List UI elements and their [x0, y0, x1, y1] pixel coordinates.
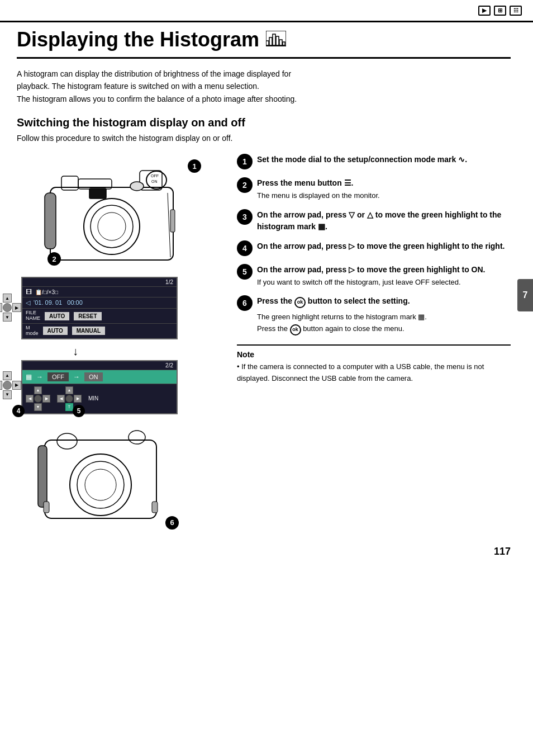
svg-rect-17 [45, 193, 56, 249]
section-heading: Switching the histogram display on and o… [17, 116, 511, 129]
step-circle-4: 4 [237, 240, 253, 256]
icon-menu: ☷ [510, 6, 522, 16]
chapter-number: 7 [523, 290, 528, 300]
note-box: Note • If the camera is connected to a c… [237, 344, 511, 385]
svg-rect-27 [38, 446, 47, 507]
step-circle-2: 2 [237, 177, 253, 193]
ok-icon-close: ok [290, 324, 301, 336]
step-6-sub2: Press the ok button again to close the m… [257, 323, 511, 336]
svg-point-9 [84, 199, 140, 254]
down-arrow: ↓ [73, 345, 223, 358]
step-5: 5 On the arrow pad, press ▷ to move the … [237, 264, 511, 288]
menu-screen-2-container: ▲ ◀ ▶ ▼ 2/2 ▦ → [17, 360, 223, 414]
section-intro: Follow this procedure to switch the hist… [17, 134, 511, 143]
step-3-content: On the arrow pad, press ▽ or △ to move t… [257, 209, 511, 233]
camera-diagram-top: OFF ON 1 2 [17, 154, 207, 271]
step-1: 1 Set the mode dial to the setup/connect… [237, 154, 511, 169]
min-label: MIN [88, 395, 98, 401]
step-5-content: On the arrow pad, press ▷ to move the gr… [257, 264, 511, 288]
step-6: 6 Press the ok button to select the sett… [237, 295, 511, 336]
svg-point-29 [129, 431, 145, 444]
main-layout: OFF ON 1 2 [17, 154, 511, 535]
menu-screen-1-container: ▲ ◀ ▶ ▼ 3 1/2 🎞 [17, 277, 223, 339]
note-label: Note [237, 350, 511, 359]
step-badge-4: 4 [12, 405, 25, 417]
svg-rect-5 [283, 42, 285, 45]
page-title: Displaying the Histogram [17, 28, 511, 59]
step-4-content: On the arrow pad, press ▷ to move the gr… [257, 240, 511, 252]
menu-row-icons: 🎞 📋/□/×3□ [22, 287, 177, 297]
steps-list: 1 Set the mode dial to the setup/connect… [237, 154, 511, 336]
step-5-text: On the arrow pad, press ▷ to move the gr… [257, 264, 511, 276]
step-badge-5: 5 [73, 405, 85, 417]
svg-point-18 [130, 182, 144, 191]
svg-point-25 [77, 461, 124, 508]
step-2-content: Press the menu button ☰. The menu is dis… [257, 177, 511, 201]
intro-line-3: The histogram allows you to confirm the … [17, 93, 511, 105]
icon-grid: ⊞ [494, 6, 506, 16]
top-icons: ▶ ⊞ ☷ [478, 6, 522, 16]
svg-point-28 [57, 433, 77, 449]
step-badge-6: 6 [165, 516, 179, 530]
step-4: 4 On the arrow pad, press ▷ to move the … [237, 240, 511, 256]
step-3-text: On the arrow pad, press ▽ or △ to move t… [257, 209, 511, 233]
step-circle-3: 3 [237, 209, 253, 225]
note-text: • If the camera is connected to a comput… [237, 361, 511, 385]
svg-rect-1 [269, 37, 272, 45]
ok-icon-step6: ok [294, 297, 306, 308]
step-circle-5: 5 [237, 264, 253, 280]
step-2-sub: The menu is displayed on the monitor. [257, 190, 511, 201]
svg-point-11 [98, 212, 126, 240]
svg-rect-12 [61, 176, 78, 190]
menu-screen-2: 2/2 ▦ → OFF → ON ▲ [21, 360, 178, 414]
step-1-content: Set the mode dial to the setup/connectio… [257, 154, 511, 166]
step-badge-1: 1 [188, 159, 201, 173]
step-3: 3 On the arrow pad, press ▽ or △ to move… [237, 209, 511, 233]
top-bar: ▶ ⊞ ☷ [0, 0, 533, 22]
page-number: 117 [494, 546, 511, 557]
arrow-pad-left: ▲ ◀ ▶ ▼ 3 [0, 294, 21, 322]
arrow-pad-left-2: ▲ ◀ ▶ ▼ [0, 371, 21, 399]
step-1-text: Set the mode dial to the setup/connectio… [257, 154, 511, 166]
step-6-sub1: The green highlight returns to the histo… [257, 311, 511, 323]
menu-row-histogram: ▦ → OFF → ON [22, 370, 177, 384]
svg-point-24 [70, 454, 131, 516]
intro-line-2: playback. The histogram feature is switc… [17, 80, 511, 92]
menu-row-arrows: ▲ ◀ ▶ ▼ ▲ [22, 384, 177, 413]
svg-rect-3 [276, 36, 279, 45]
svg-rect-22 [170, 210, 175, 232]
menu-page-2: 2/2 [22, 361, 177, 370]
menu-row-datetime: ◁ '01. 09. 01 00:00 [22, 297, 177, 309]
histogram-icon [266, 28, 286, 51]
left-panel: OFF ON 1 2 [17, 154, 223, 535]
step-2: 2 Press the menu button ☰. The menu is d… [237, 177, 511, 201]
svg-rect-20 [89, 188, 106, 199]
menu-page-1: 1/2 [22, 278, 177, 287]
step-6-text: Press the ok button to select the settin… [257, 295, 511, 308]
arrow-pad-small-left: ▲ ◀ ▶ ▼ [26, 386, 50, 411]
step-circle-1: 1 [237, 154, 253, 169]
step-4-text: On the arrow pad, press ▷ to move the gr… [257, 240, 511, 252]
step-circle-6: 6 [237, 295, 253, 311]
title-text: Displaying the Histogram [17, 28, 259, 51]
chapter-tab: 7 [517, 279, 533, 311]
svg-text:ON: ON [151, 179, 158, 183]
intro-line-1: A histogram can display the distribution… [17, 68, 511, 80]
step-5-sub: If you want to switch off the histogram,… [257, 277, 511, 288]
menu-row-mode: Mmode AUTO MANUAL [22, 324, 177, 338]
svg-point-10 [91, 205, 133, 248]
camera-diagram-bottom: 6 [17, 423, 184, 535]
svg-rect-2 [273, 34, 275, 45]
menu-row-filename: FILENAME AUTO RESET [22, 309, 177, 324]
intro-paragraph: A histogram can display the distribution… [17, 68, 511, 105]
menu-screen-1: 1/2 🎞 📋/□/×3□ ◁ '01. 09. 01 00:00 FILENA… [21, 277, 178, 339]
step-badge-2: 2 [47, 252, 61, 266]
svg-rect-31 [152, 502, 158, 513]
step-2-text: Press the menu button ☰. [257, 177, 511, 189]
right-panel: 1 Set the mode dial to the setup/connect… [237, 154, 511, 535]
svg-rect-4 [279, 40, 282, 45]
svg-rect-23 [45, 440, 156, 518]
svg-point-26 [85, 469, 116, 500]
svg-rect-30 [44, 502, 49, 513]
svg-line-21 [168, 193, 170, 257]
